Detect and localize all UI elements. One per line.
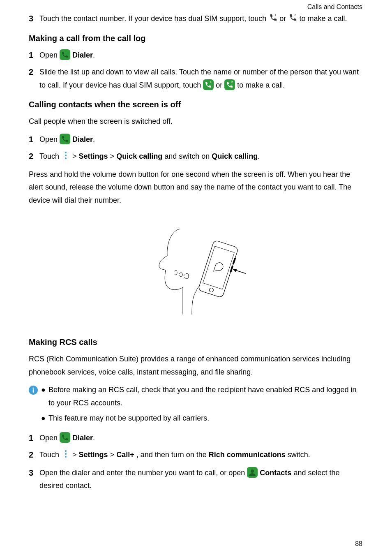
breadcrumb: Calls and Contacts (307, 3, 362, 11)
paragraph: Call people when the screen is switched … (29, 115, 363, 128)
step-text: Slide the list up and down to view all c… (39, 68, 359, 89)
menu-path: Quick calling (116, 152, 162, 160)
list-item: 2 Touch > Settings > Call+ , and then tu… (29, 449, 363, 462)
menu-path: Rich communications (209, 451, 286, 459)
step-text: Touch the contact number. If your device… (39, 14, 268, 23)
menu-path: Settings (79, 451, 108, 459)
bullet-icon: ● (41, 384, 48, 409)
phone-sim1-icon: 1 (268, 13, 277, 22)
app-name: Dialer (72, 135, 93, 143)
page-number: 88 (355, 540, 362, 548)
step-text: > (72, 451, 79, 459)
svg-point-9 (65, 155, 67, 156)
app-name: Contacts (260, 469, 291, 477)
list-item: 1 Open Dialer. (29, 432, 363, 445)
step-text: > (110, 152, 117, 160)
menu-path: Settings (79, 152, 108, 160)
step-number: 1 (29, 432, 39, 444)
svg-point-24 (65, 456, 67, 458)
dialer-app-icon (60, 49, 70, 60)
more-menu-icon (61, 449, 70, 462)
list-item: 3 Touch the contact number. If your devi… (29, 12, 363, 25)
menu-path: Quick calling (212, 152, 258, 160)
step-number: 3 (29, 467, 39, 479)
more-menu-icon (61, 151, 70, 164)
list-item: 3 Open the dialer and enter the number y… (29, 467, 363, 493)
bullet-text: Before making an RCS call, check that yo… (48, 384, 363, 409)
step-number: 2 (29, 66, 39, 79)
svg-point-22 (65, 450, 67, 452)
list-item: ● This feature may not be supported by a… (41, 412, 363, 425)
step-text: or (216, 81, 224, 89)
step-text: . (93, 135, 95, 143)
dialer-app-icon (60, 134, 70, 144)
dialer-app-icon (60, 432, 70, 443)
svg-point-26 (251, 469, 254, 473)
paragraph: Press and hold the volume down button fo… (29, 168, 363, 207)
section-heading: Making a call from the call log (29, 34, 363, 43)
svg-text:1: 1 (275, 14, 277, 16)
svg-point-23 (65, 453, 67, 455)
info-note: ● Before making an RCS call, check that … (29, 384, 363, 428)
svg-rect-3 (203, 79, 214, 90)
step-text: Touch (39, 152, 61, 160)
step-number: 1 (29, 133, 39, 146)
bullet-text: This feature may not be supported by all… (48, 412, 209, 425)
step-text: , and then turn on the (136, 451, 209, 459)
list-item: 1 Open Dialer. (29, 49, 363, 62)
svg-text:1: 1 (210, 81, 212, 83)
step-text: > (110, 451, 117, 459)
svg-rect-5 (224, 79, 235, 90)
svg-point-19 (32, 387, 34, 388)
step-text: . (93, 434, 95, 442)
bullet-icon: ● (41, 412, 48, 425)
section-heading: Making RCS calls (29, 338, 363, 347)
step-text: to make a call. (237, 81, 285, 89)
svg-rect-20 (33, 389, 34, 393)
list-item: 2 Touch > Settings > Quick calling and s… (29, 150, 363, 164)
step-number: 2 (29, 150, 39, 163)
call-sim2-icon: 2 (224, 79, 235, 90)
svg-text:2: 2 (295, 14, 296, 16)
paragraph: RCS (Rich Communication Suite) provides … (29, 353, 363, 379)
step-text: > (72, 152, 79, 160)
section-heading: Calling contacts when the screen is off (29, 100, 363, 109)
list-item: 2 Slide the list up and down to view all… (29, 66, 363, 92)
app-name: Dialer (72, 51, 93, 59)
step-text: to make a call. (299, 14, 347, 23)
step-text: Open (39, 51, 60, 59)
step-text: Open the dialer and enter the number you… (39, 469, 247, 477)
info-icon (29, 386, 38, 395)
step-text: Open (39, 434, 60, 442)
step-text: Open (39, 135, 60, 143)
svg-marker-17 (233, 268, 237, 272)
svg-rect-2 (60, 49, 70, 60)
step-text: Touch (39, 451, 61, 459)
step-number: 2 (29, 449, 39, 461)
step-number: 3 (29, 12, 39, 25)
svg-point-8 (65, 152, 67, 153)
illustration (29, 221, 363, 325)
menu-path: Call+ (116, 451, 134, 459)
svg-point-10 (65, 157, 67, 159)
step-text: and switch on (164, 152, 212, 160)
step-text: or (279, 14, 288, 23)
phone-sim2-icon: 2 (288, 13, 297, 22)
svg-text:2: 2 (231, 81, 233, 83)
svg-rect-7 (60, 134, 70, 144)
step-text: switch. (288, 451, 310, 459)
call-sim1-icon: 1 (203, 79, 214, 90)
step-number: 1 (29, 49, 39, 62)
list-item: ● Before making an RCS call, check that … (41, 384, 363, 409)
step-text: . (93, 51, 95, 59)
step-text: . (258, 152, 260, 160)
svg-rect-21 (60, 432, 70, 443)
list-item: 1 Open Dialer. (29, 133, 363, 146)
contacts-app-icon (247, 467, 258, 478)
app-name: Dialer (72, 434, 93, 442)
